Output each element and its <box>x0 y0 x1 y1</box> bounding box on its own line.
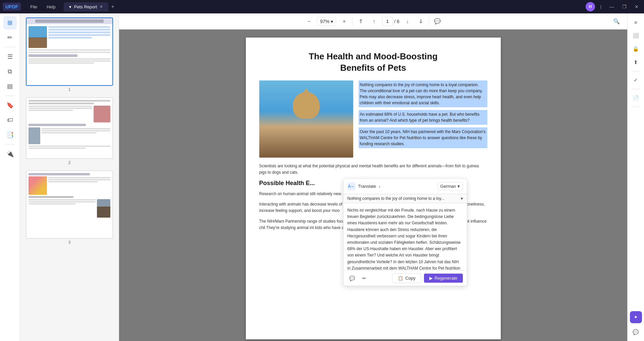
thumb-num-3: 3 <box>68 240 71 245</box>
thumbnail-1[interactable]: 1 <box>23 17 116 92</box>
thumb-num-1: 1 <box>68 87 71 92</box>
title-bar: UPDF File Help ▾ Pets Report ✕ + H | — ❐… <box>0 0 644 13</box>
bookmark-footer-icon[interactable]: ✏ <box>360 274 369 283</box>
sidebar-divider-1 <box>5 47 15 47</box>
maximize-button[interactable]: ❐ <box>620 3 629 11</box>
cat-image <box>259 80 353 158</box>
tab-label: Pets Report <box>74 4 97 9</box>
thumb-num-2: 2 <box>68 160 71 165</box>
sidebar-divider-3 <box>5 144 15 145</box>
sidebar-icon-plugin[interactable]: 🔌 <box>3 147 17 161</box>
right-sidebar-lock[interactable]: 🔒 <box>630 43 642 55</box>
page-input-group: / 6 <box>382 17 399 26</box>
highlighted-para-2: An estimated 68% of U.S. households have… <box>359 110 487 125</box>
page-number-input[interactable] <box>382 17 393 26</box>
page-separator: / <box>394 19 395 24</box>
right-sidebar-bottom: ✦ 💬 <box>630 311 642 338</box>
right-sidebar-divider-2 <box>632 89 640 89</box>
app-logo: UPDF <box>3 3 21 11</box>
menu-bar: File Help ▾ Pets Report ✕ + <box>26 2 586 11</box>
highlighted-para-1: Nothing compares to the joy of coming ho… <box>359 80 487 107</box>
copy-icon: 📋 <box>398 276 403 281</box>
right-sidebar-divider-1 <box>632 71 640 71</box>
pdf-content-row: Nothing compares to the joy of coming ho… <box>259 80 487 158</box>
thumbnail-2[interactable]: 2 <box>23 97 116 165</box>
toolbar-separator-2 <box>429 17 429 25</box>
translation-panel: A↔ Translate › German ▾ Nothing compares… <box>343 178 467 286</box>
source-text-select[interactable]: Nothing compares to the joy of coming ho… <box>343 194 467 203</box>
nav-prev-button[interactable]: ↑ <box>369 16 379 27</box>
toolbar-search: 🔍 <box>611 16 622 27</box>
translation-header: A↔ Translate › German ▾ <box>343 179 467 194</box>
comment-footer-icon[interactable]: 💬 <box>347 274 357 283</box>
thumbnail-3[interactable]: 3 <box>23 170 116 245</box>
toolbar-separator-1 <box>352 17 353 25</box>
tab-close-button[interactable]: ✕ <box>100 4 103 9</box>
thumb-img-3[interactable] <box>26 170 113 239</box>
language-dropdown-arrow: ▾ <box>458 184 460 189</box>
thumb-img-2[interactable] <box>26 97 113 159</box>
sidebar-divider-2 <box>5 96 15 96</box>
sidebar-icon-grid[interactable]: ⊞ <box>3 16 17 30</box>
highlighted-text-column: Nothing compares to the joy of coming ho… <box>359 80 487 158</box>
page-total: 6 <box>397 19 399 24</box>
tab-pets-report[interactable]: ▾ Pets Report ✕ <box>64 2 109 11</box>
right-sidebar-chat[interactable]: 💬 <box>630 326 642 338</box>
right-sidebar-divider-4 <box>630 325 638 325</box>
comment-button[interactable]: 💬 <box>432 16 443 27</box>
translation-footer: 💬 ✏ 📋 Copy ▶ Regenerate <box>343 270 467 286</box>
translated-text: Nichts ist vergleichbar mit der Freude, … <box>343 203 467 270</box>
right-sidebar: ≡ ⬜ 🔒 ⬆ ✓ 📄 ✦ 💬 <box>627 13 644 341</box>
toolbar: − 97% ▾ + ⇑ ↑ / 6 ↓ ⇓ 💬 🔍 <box>119 13 627 30</box>
right-sidebar-divider-3 <box>632 107 640 107</box>
pdf-title-line1: The Health and Mood-Boosting <box>309 51 437 61</box>
language-select[interactable]: German ▾ <box>437 182 463 190</box>
pdf-title: The Health and Mood-Boosting Benefits of… <box>259 51 487 74</box>
regenerate-button[interactable]: ▶ Regenerate <box>424 274 463 283</box>
thumb-img-1[interactable] <box>26 17 113 86</box>
sidebar-icon-pen[interactable]: ✏ <box>3 31 17 44</box>
source-arrow: ▾ <box>461 196 463 201</box>
zoom-in-button[interactable]: + <box>339 16 350 27</box>
pdf-page-1: The Health and Mood-Boosting Benefits of… <box>246 38 501 339</box>
right-sidebar-crop[interactable]: ⬜ <box>630 30 642 42</box>
nav-next-button[interactable]: ↓ <box>402 16 413 27</box>
sidebar-icon-stack[interactable]: 📑 <box>3 128 17 141</box>
window-controls: H | — ❐ ✕ <box>586 2 641 11</box>
sidebar-icon-bookmark[interactable]: 🔖 <box>3 99 17 112</box>
search-button[interactable]: 🔍 <box>611 16 622 27</box>
menu-file[interactable]: File <box>26 3 41 11</box>
right-sidebar-doc[interactable]: 📄 <box>630 92 642 104</box>
copy-label: Copy <box>405 276 415 281</box>
right-sidebar-ai[interactable]: ✦ <box>630 311 642 323</box>
zoom-out-button[interactable]: − <box>304 16 314 27</box>
avatar: H <box>586 2 595 11</box>
source-text-label: Nothing compares to the joy of coming ho… <box>347 196 444 201</box>
sidebar-icon-layers[interactable]: ⧉ <box>3 65 17 78</box>
thumbnail-panel: 1 <box>20 13 119 341</box>
translate-label: Translate <box>358 184 376 189</box>
copy-button[interactable]: 📋 Copy <box>392 273 421 283</box>
sidebar-icon-tag[interactable]: 🏷 <box>3 113 17 127</box>
right-sidebar-share[interactable]: ⬆ <box>630 56 642 68</box>
right-sidebar-ocr[interactable]: ≡ <box>630 16 642 28</box>
right-sidebar-check[interactable]: ✓ <box>630 74 642 86</box>
menu-help[interactable]: Help <box>43 3 60 11</box>
sidebar-icon-layers2[interactable]: ▤ <box>3 79 17 93</box>
pdf-paragraph-1: Scientists are looking at what the poten… <box>259 163 487 176</box>
nav-first-button[interactable]: ⇑ <box>355 16 366 27</box>
nav-last-button[interactable]: ⇓ <box>416 16 426 27</box>
language-label: German <box>440 184 456 189</box>
zoom-display[interactable]: 97% ▾ <box>317 17 336 26</box>
sidebar-icon-list[interactable]: ☰ <box>3 50 17 63</box>
translate-arrow: › <box>379 184 380 189</box>
tab-dropdown-arrow: ▾ <box>69 4 71 9</box>
zoom-level: 97% <box>320 19 329 24</box>
regenerate-label: Regenerate <box>435 276 458 281</box>
minimize-button[interactable]: — <box>607 3 617 11</box>
pdf-scroll-area[interactable]: The Health and Mood-Boosting Benefits of… <box>119 30 627 341</box>
main-layout: ⊞ ✏ ☰ ⧉ ▤ 🔖 🏷 📑 🔌 <box>0 13 644 341</box>
close-button[interactable]: ✕ <box>632 3 641 11</box>
tab-add-button[interactable]: + <box>111 4 114 10</box>
highlighted-para-3: Over the past 10 years, NIH has partnere… <box>359 127 487 148</box>
